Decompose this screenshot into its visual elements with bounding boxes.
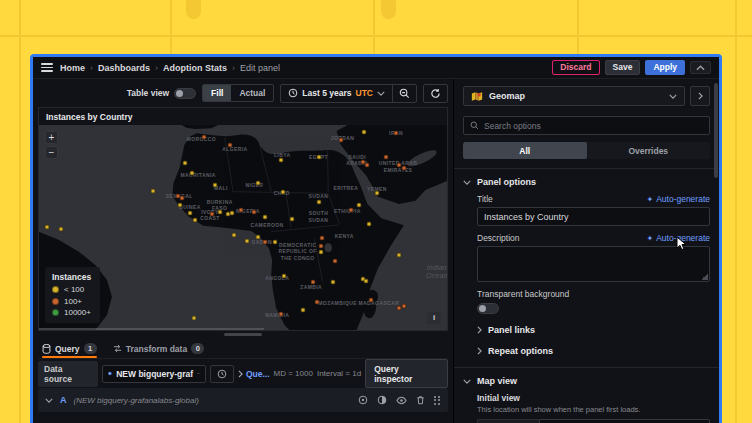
- description-auto-generate-link[interactable]: ✦ Auto-generate: [646, 233, 710, 243]
- panel-description-input[interactable]: [477, 246, 710, 282]
- map-data-point[interactable]: [318, 243, 323, 248]
- visualization-picker[interactable]: Geomap: [463, 86, 685, 106]
- tab-all[interactable]: All: [463, 142, 587, 159]
- eye-icon[interactable]: [396, 396, 407, 405]
- map-data-point[interactable]: [401, 166, 406, 171]
- refresh-button[interactable]: [423, 84, 448, 103]
- record-circle-icon[interactable]: [358, 395, 368, 405]
- map-data-point[interactable]: [289, 217, 294, 222]
- map-data-point[interactable]: [217, 210, 222, 215]
- map-data-point[interactable]: [383, 154, 388, 159]
- query-history-button[interactable]: [210, 365, 234, 383]
- map-data-point[interactable]: [401, 303, 406, 308]
- chevron-down-icon[interactable]: [45, 398, 53, 403]
- fill-button[interactable]: Fill: [203, 85, 231, 101]
- query-ref-id[interactable]: A: [60, 395, 67, 405]
- map-data-point[interactable]: [273, 240, 278, 245]
- map-data-point[interactable]: [252, 210, 257, 215]
- time-range-picker[interactable]: Last 5 years UTC: [281, 85, 392, 101]
- trash-icon[interactable]: [416, 395, 425, 405]
- map-zoom-out-button[interactable]: −: [45, 146, 58, 159]
- panel-options-section[interactable]: Panel options: [463, 177, 710, 187]
- map-data-point[interactable]: [209, 212, 214, 217]
- menu-icon[interactable]: [41, 63, 53, 72]
- map-data-point[interactable]: [256, 181, 261, 186]
- map-data-point[interactable]: [183, 161, 188, 166]
- map-canvas[interactable]: MOROCCOALGERIALIBYAEGYPTSAUDI ARABIAJORD…: [39, 125, 447, 330]
- map-data-point[interactable]: [314, 300, 319, 305]
- map-data-point[interactable]: [317, 154, 322, 159]
- map-info-button[interactable]: i: [427, 312, 441, 324]
- map-zoom-in-button[interactable]: +: [45, 131, 58, 144]
- map-data-point[interactable]: [363, 279, 368, 284]
- panel-links-section[interactable]: Panel links: [477, 325, 710, 335]
- map-data-point[interactable]: [300, 307, 305, 312]
- map-data-point[interactable]: [227, 143, 232, 148]
- map-data-point[interactable]: [338, 137, 343, 142]
- map-data-point[interactable]: [396, 252, 401, 257]
- map-data-point[interactable]: [393, 131, 398, 136]
- map-data-point[interactable]: [318, 250, 323, 255]
- repeat-options-section[interactable]: Repeat options: [477, 346, 710, 356]
- map-data-point[interactable]: [348, 208, 353, 213]
- apply-button[interactable]: Apply: [645, 60, 685, 76]
- map-view-section[interactable]: Map view: [463, 376, 710, 386]
- panel-title-input[interactable]: [477, 207, 710, 226]
- map-data-point[interactable]: [178, 202, 183, 207]
- map-data-point[interactable]: [280, 189, 285, 194]
- breadcrumb-item[interactable]: Home: [60, 63, 85, 73]
- map-data-point[interactable]: [317, 199, 322, 204]
- map-data-point[interactable]: [319, 235, 324, 240]
- collapse-options-button[interactable]: [690, 86, 710, 106]
- query-options-toggle[interactable]: Que...: [238, 369, 270, 379]
- map-data-point[interactable]: [310, 279, 315, 284]
- map-data-point[interactable]: [192, 217, 197, 222]
- map-data-point[interactable]: [330, 280, 335, 285]
- pane-resize-handle[interactable]: [224, 333, 262, 337]
- transparent-background-toggle[interactable]: [477, 303, 499, 314]
- datasource-picker[interactable]: NEW bigquery-graf: [102, 365, 206, 383]
- duplicate-icon[interactable]: [377, 395, 387, 405]
- tab-overrides[interactable]: Overrides: [587, 142, 711, 159]
- map-data-point[interactable]: [281, 273, 286, 278]
- map-data-point[interactable]: [262, 240, 267, 245]
- map-data-point[interactable]: [58, 226, 63, 231]
- map-data-point[interactable]: [332, 258, 337, 263]
- map-data-point[interactable]: [365, 162, 370, 167]
- map-data-point[interactable]: [278, 312, 283, 317]
- panel-header[interactable]: Instances by Country: [39, 108, 447, 125]
- map-data-point[interactable]: [375, 191, 380, 196]
- map-data-point[interactable]: [229, 211, 234, 216]
- map-data-point[interactable]: [190, 170, 195, 175]
- map-data-point[interactable]: [187, 211, 192, 216]
- map-data-point[interactable]: [278, 158, 283, 163]
- drag-handle[interactable]: [434, 396, 442, 405]
- actual-button[interactable]: Actual: [231, 85, 273, 101]
- breadcrumb-item[interactable]: Dashboards: [98, 63, 150, 73]
- collapse-header-button[interactable]: [690, 61, 711, 74]
- options-search[interactable]: [463, 116, 710, 135]
- map-data-point[interactable]: [239, 208, 244, 213]
- map-data-point[interactable]: [368, 298, 373, 303]
- zoom-out-time-button[interactable]: [392, 85, 416, 102]
- map-data-point[interactable]: [179, 195, 184, 200]
- title-auto-generate-link[interactable]: ✦ Auto-generate: [646, 194, 710, 204]
- map-data-point[interactable]: [362, 129, 367, 134]
- query-inspector-button[interactable]: Query inspector: [365, 359, 448, 388]
- tab-transform-data[interactable]: Transform data 0: [113, 343, 205, 358]
- table-view-toggle[interactable]: [174, 88, 196, 99]
- save-button[interactable]: Save: [605, 60, 641, 76]
- view-select[interactable]: Coordinates: [539, 419, 710, 423]
- options-scrollbar[interactable]: [714, 83, 718, 423]
- search-input[interactable]: [484, 121, 703, 131]
- map-data-point[interactable]: [151, 189, 156, 194]
- map-data-point[interactable]: [262, 214, 267, 219]
- map-data-point[interactable]: [245, 239, 250, 244]
- map-data-point[interactable]: [357, 202, 362, 207]
- map-data-point[interactable]: [232, 233, 237, 238]
- breadcrumb-item[interactable]: Adoption Stats: [163, 63, 227, 73]
- map-data-point[interactable]: [256, 234, 261, 239]
- map-data-point[interactable]: [201, 135, 206, 140]
- map-data-point[interactable]: [212, 183, 217, 188]
- query-row[interactable]: A (NEW bigquery-grafanalabs-global): [38, 388, 448, 412]
